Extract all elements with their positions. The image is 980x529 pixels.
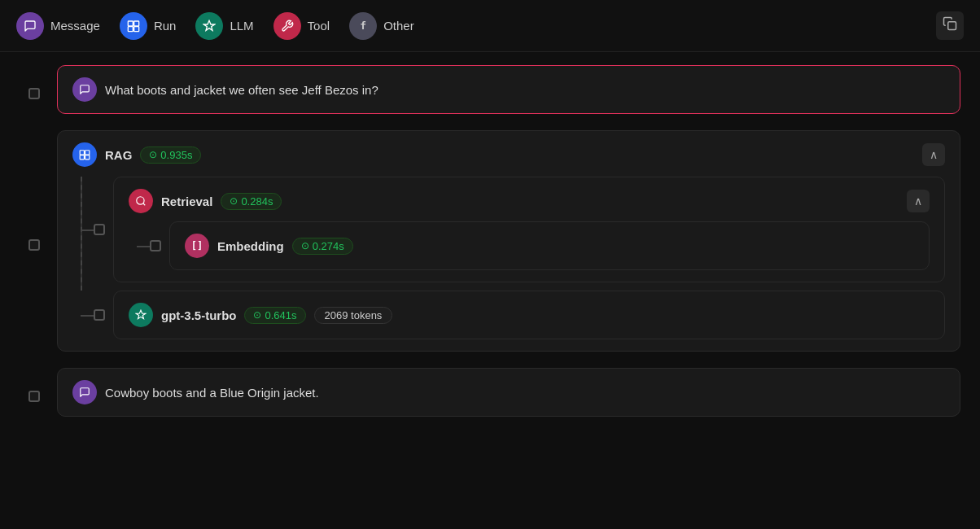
svg-rect-3 — [134, 26, 139, 31]
retrieval-title: Retrieval 0.284s — [129, 189, 282, 213]
rag-card: RAG 0.935s ∧ — [57, 130, 960, 352]
message-card-content: What boots and jacket we often see Jeff … — [72, 77, 945, 102]
rag-nested: Retrieval 0.284s ∧ — [89, 177, 945, 339]
rag-collapse-button[interactable]: ∧ — [922, 143, 945, 166]
llm-filter-icon — [195, 12, 223, 40]
filter-run[interactable]: Run — [120, 12, 177, 40]
tool-filter-icon — [273, 12, 301, 40]
response-card-icon — [72, 380, 97, 404]
gpt-connector-h — [81, 315, 94, 317]
message-filter-icon — [16, 12, 44, 40]
gpt-node-dot — [94, 309, 105, 321]
retrieval-node-dot — [94, 224, 105, 235]
gpt-title: gpt-3.5-turbo 0.641s 2069 tokens — [129, 303, 930, 327]
gpt-time: 0.641s — [244, 307, 305, 324]
gpt-tokens: 2069 tokens — [314, 307, 393, 324]
filter-message-label: Message — [50, 19, 100, 33]
main-content: What boots and jacket we often see Jeff … — [0, 52, 980, 446]
gpt-card: gpt-3.5-turbo 0.641s 2069 tokens — [113, 291, 945, 339]
message-node-connector — [20, 88, 49, 99]
embedding-time: 0.274s — [292, 238, 353, 255]
embedding-card: [] Embedding 0.274s — [169, 221, 930, 270]
svg-rect-7 — [80, 155, 84, 160]
embedding-row: [] Embedding 0.274s — [145, 221, 930, 270]
other-filter-icon: f — [349, 12, 377, 40]
filter-other[interactable]: f Other — [349, 12, 414, 40]
response-text: Cowboy boots and a Blue Origin jacket. — [105, 384, 319, 401]
retrieval-icon — [129, 189, 153, 213]
svg-rect-4 — [948, 22, 956, 30]
message-card-icon — [72, 77, 97, 102]
svg-rect-0 — [128, 21, 133, 26]
run-filter-icon — [120, 12, 147, 40]
rag-node-connector — [20, 239, 49, 251]
rag-time: 0.935s — [140, 146, 201, 164]
message-card: What boots and jacket we often see Jeff … — [57, 65, 960, 114]
response-card-content: Cowboy boots and a Blue Origin jacket. — [72, 380, 945, 404]
response-node-dot — [28, 391, 40, 402]
copy-button[interactable] — [936, 11, 964, 40]
retrieval-card: Retrieval 0.284s ∧ — [113, 177, 945, 282]
gpt-row: gpt-3.5-turbo 0.641s 2069 tokens — [89, 291, 945, 339]
svg-rect-2 — [128, 26, 133, 31]
filter-bar: Message Run LLM Tool f Other — [0, 0, 980, 52]
rag-card-header: RAG 0.935s ∧ — [72, 142, 945, 167]
embedding-title: [] Embedding 0.274s — [185, 234, 914, 258]
svg-rect-5 — [80, 151, 84, 155]
message-text: What boots and jacket we often see Jeff … — [105, 81, 378, 98]
rag-title-row: RAG 0.935s — [72, 142, 201, 167]
response-node-row: Cowboy boots and a Blue Origin jacket. — [20, 368, 960, 425]
rag-node-row: RAG 0.935s ∧ — [20, 130, 960, 360]
retrieval-collapse-button[interactable]: ∧ — [907, 190, 930, 212]
filter-run-label: Run — [154, 19, 177, 33]
filter-other-label: Other — [383, 19, 414, 33]
svg-rect-6 — [85, 151, 90, 155]
response-node-connector — [20, 391, 49, 402]
filter-llm[interactable]: LLM — [195, 12, 253, 40]
filter-tool-label: Tool — [308, 19, 330, 33]
gpt-name: gpt-3.5-turbo — [161, 308, 236, 322]
filter-message[interactable]: Message — [16, 12, 100, 40]
message-node-row: What boots and jacket we often see Jeff … — [20, 65, 960, 122]
gpt-icon — [129, 303, 153, 327]
retrieval-connector-h — [81, 230, 94, 231]
rag-node-dot — [28, 239, 40, 251]
response-card: Cowboy boots and a Blue Origin jacket. — [57, 368, 960, 417]
embedding-name: Embedding — [217, 239, 284, 253]
svg-rect-1 — [134, 21, 139, 26]
svg-point-9 — [137, 197, 144, 204]
rag-card-icon — [72, 142, 97, 167]
embedding-connector-h — [137, 246, 150, 247]
svg-rect-8 — [85, 155, 90, 160]
message-node-dot — [28, 88, 40, 99]
embedding-wrapper: [] Embedding 0.274s — [145, 221, 930, 270]
retrieval-connector-v — [81, 177, 82, 291]
retrieval-name: Retrieval — [161, 195, 212, 208]
filter-llm-label: LLM — [230, 19, 253, 33]
rag-name: RAG — [105, 148, 132, 162]
filter-tool[interactable]: Tool — [273, 12, 330, 40]
retrieval-time: 0.284s — [221, 193, 282, 210]
retrieval-row: Retrieval 0.284s ∧ — [89, 177, 945, 282]
embedding-icon: [] — [185, 234, 209, 258]
retrieval-header: Retrieval 0.284s ∧ — [129, 189, 930, 213]
embedding-node-dot — [150, 240, 161, 251]
